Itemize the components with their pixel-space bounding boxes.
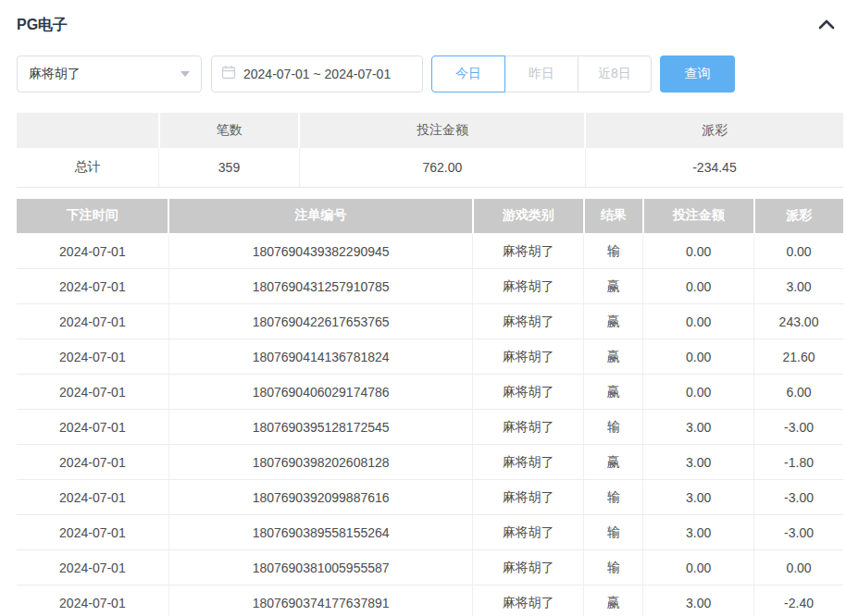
table-cell: 2024-07-01 [17,480,168,515]
table-cell: 麻将胡了 [473,339,584,375]
table-cell: 赢 [584,304,643,339]
summary-header-cell: 派彩 [585,113,843,148]
table-cell: -3.00 [754,480,843,515]
table-cell: 麻将胡了 [473,269,584,304]
table-row: 2024-07-011807690398202608128麻将胡了赢3.00-1… [17,445,843,480]
table-cell: 0.00 [643,234,754,269]
search-button[interactable]: 查询 [660,55,735,92]
collapse-button[interactable] [816,15,837,35]
summary-header-cell: 投注金额 [299,113,585,148]
table-body: 2024-07-011807690439382290945麻将胡了输0.000.… [17,234,843,616]
table-cell: 1807690422617653765 [168,304,473,339]
table-cell: 3.00 [643,515,754,550]
table-cell: 3.00 [643,445,754,480]
quick-range-button[interactable]: 昨日 [504,55,579,92]
table-cell: 1807690414136781824 [168,339,473,375]
table-cell: 0.00 [643,304,754,339]
table-row: 2024-07-011807690406029174786麻将胡了赢0.006.… [17,375,843,410]
table-cell: 麻将胡了 [473,480,584,515]
table-cell: 1807690395128172545 [168,410,473,445]
table-cell: 0.00 [754,234,843,269]
table-cell: -2.40 [754,585,843,616]
pg-games-panel: PG电子 麻将胡了 2024-07-01 ~ 2024-0 [0,0,846,616]
table-cell: 1807690381005955587 [168,550,473,585]
table-cell: 3.00 [643,480,754,515]
table-header-cell: 结果 [584,199,643,234]
game-select[interactable]: 麻将胡了 [17,55,202,92]
summary-header-cell: 笔数 [159,113,300,148]
panel-header: PG电子 [0,0,846,35]
table-cell: 0.00 [643,550,754,585]
table-cell: 麻将胡了 [473,304,584,339]
table-cell: -3.00 [754,410,843,445]
table-cell: 1807690392099887616 [168,480,473,515]
table-cell: 3.00 [643,410,754,445]
summary-header-row: 笔数投注金额派彩 [17,113,843,148]
summary-header-cell [17,113,159,148]
table-cell: 赢 [584,445,643,480]
table-cell: 6.00 [754,375,843,410]
table-cell: 2024-07-01 [17,410,168,445]
quick-range-button[interactable]: 近8日 [578,55,652,92]
table-cell: 2024-07-01 [17,304,168,339]
chevron-up-icon [817,18,836,33]
table-cell: 输 [584,410,643,445]
table-cell: 243.00 [754,304,843,339]
table-cell: 麻将胡了 [473,410,584,445]
table-cell: 麻将胡了 [473,234,584,269]
table-cell: 3.00 [643,585,754,616]
table-cell: 2024-07-01 [17,515,168,550]
table-cell: 输 [584,234,643,269]
table-row: 2024-07-011807690374177637891麻将胡了赢3.00-2… [17,585,843,616]
table-cell: 2024-07-01 [17,339,168,375]
table-cell: 赢 [584,339,643,375]
table-row: 2024-07-011807690392099887616麻将胡了输3.00-3… [17,480,843,515]
table-cell: 输 [584,550,643,585]
table-row: 2024-07-011807690431257910785麻将胡了赢0.003.… [17,269,843,304]
quick-range-group: 今日昨日近8日 [431,55,652,92]
table-cell: 1807690398202608128 [168,445,473,480]
table-cell: 2024-07-01 [17,269,168,304]
table-cell: 2024-07-01 [17,550,168,585]
table-cell: 2024-07-01 [17,234,168,269]
tables-area: 笔数投注金额派彩 总计359762.00-234.45 下注时间注单编号游戏类别… [17,113,843,616]
filter-bar: 麻将胡了 2024-07-01 ~ 2024-07-01 今日昨日近8日 查询 [17,55,846,92]
table-cell: 输 [584,515,643,550]
summary-cell: -234.45 [585,148,843,187]
table-header-cell: 投注金额 [643,199,754,234]
table-cell: 2024-07-01 [17,375,168,410]
table-row: 2024-07-011807690381005955587麻将胡了输0.000.… [17,550,843,585]
bet-records-table: 下注时间注单编号游戏类别结果投注金额派彩 2024-07-01180769043… [17,199,843,616]
table-cell: 输 [584,480,643,515]
summary-total-row: 总计359762.00-234.45 [17,148,843,187]
table-cell: 2024-07-01 [17,585,168,616]
table-cell: 麻将胡了 [473,445,584,480]
table-header-cell: 注单编号 [168,199,473,234]
table-cell: 1807690439382290945 [168,234,473,269]
table-row: 2024-07-011807690395128172545麻将胡了输3.00-3… [17,410,843,445]
table-cell: 赢 [584,375,643,410]
page-title: PG电子 [17,16,68,35]
game-select-value: 麻将胡了 [29,66,81,82]
summary-cell: 359 [159,148,300,187]
table-cell: 1807690374177637891 [168,585,473,616]
calendar-icon [221,65,243,83]
table-header-cell: 派彩 [754,199,843,234]
table-cell: 0.00 [643,339,754,375]
table-cell: -1.80 [754,445,843,480]
table-cell: 赢 [584,585,643,616]
table-cell: 麻将胡了 [473,375,584,410]
summary-cell: 762.00 [299,148,585,187]
table-cell: 麻将胡了 [473,585,584,616]
table-cell: 1807690406029174786 [168,375,473,410]
quick-range-button[interactable]: 今日 [431,55,505,92]
chevron-down-icon [180,71,190,77]
table-cell: 3.00 [754,269,843,304]
table-cell: 21.60 [754,339,843,375]
summary-table: 笔数投注金额派彩 总计359762.00-234.45 [17,113,843,188]
table-header-cell: 游戏类别 [473,199,584,234]
table-cell: 麻将胡了 [473,515,584,550]
table-row: 2024-07-011807690439382290945麻将胡了输0.000.… [17,234,843,269]
date-range-input[interactable]: 2024-07-01 ~ 2024-07-01 [211,55,423,92]
table-cell: 0.00 [754,550,843,585]
